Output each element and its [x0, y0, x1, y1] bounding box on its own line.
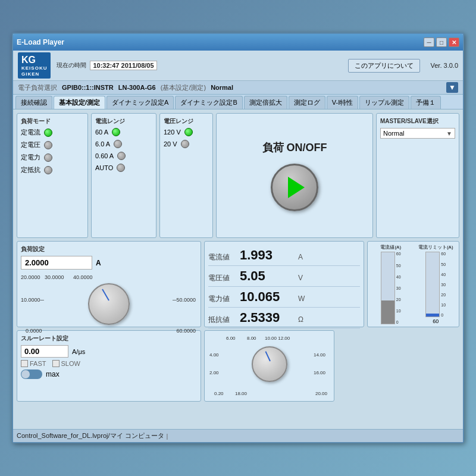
- voltage-range-panel: 電圧レンジ 120 V 20 V: [159, 113, 213, 238]
- tabbar: 接続確認 基本設定/測定 ダイナミック設定A ダイナミック設定B 測定倍拡大 測…: [13, 95, 463, 109]
- bottom-top-row: 負荷設定 A 20.0000 30.0000 40.0000 10.0000─ …: [17, 241, 459, 327]
- meas-unit-resistance: Ω: [298, 315, 303, 324]
- infobar: 電子負荷選択 GPIB0::1::INSTR LN-300A-G6 (基本設定/…: [13, 81, 463, 95]
- voltage-range-title: 電圧レンジ: [164, 117, 209, 126]
- menubar: KG KEISOKU GIKEN 現在の時間 10:32:47 2011/08/…: [13, 51, 463, 81]
- range-row-06a: 0.60 A: [95, 152, 152, 160]
- mode-row-cr: 定抵抗: [21, 165, 84, 174]
- vrange-label-120v: 120 V: [164, 129, 181, 136]
- mode-label-cc: 定電流: [21, 128, 40, 137]
- led-cr[interactable]: [44, 166, 52, 174]
- logo-company2: GIKEN: [21, 71, 47, 77]
- titlebar: E-Load Player ─ □ ✕: [13, 34, 463, 51]
- tab-dynamic-b[interactable]: ダイナミック設定B: [175, 96, 242, 109]
- meas-unit-voltage: V: [298, 274, 303, 282]
- fast-checkbox[interactable]: [21, 360, 28, 367]
- sk-label-16: 16.00: [314, 370, 325, 375]
- max-label: max: [46, 370, 60, 378]
- knob-label-60k: 60.0000: [176, 328, 196, 334]
- range-label-60a: 60 A: [95, 129, 108, 136]
- power-button[interactable]: [271, 164, 318, 211]
- meas-label-resistance: 抵抗値: [208, 315, 235, 325]
- knob-label-30k: 30.0000: [45, 274, 64, 280]
- meas-row-current: 電流値 1.993 A: [208, 245, 360, 266]
- sk-label-18: 18.00: [235, 391, 247, 396]
- bar-charts-panel: 電流値(A) 60 50 40 30 20: [367, 241, 459, 327]
- bar-chart1-body: 60 50 40 30 20 10 0: [381, 252, 401, 324]
- knob-label-40k: 40.0000: [73, 274, 93, 280]
- led-cc[interactable]: [44, 129, 52, 137]
- knob-label-0k: 0.0000: [26, 328, 42, 334]
- load-knob-area: 20.0000 30.0000 40.0000 10.0000─ ─50.000…: [21, 274, 197, 334]
- bar1-area: [381, 252, 395, 324]
- led-6a[interactable]: [114, 140, 122, 148]
- load-setting-panel: 負荷設定 A 20.0000 30.0000 40.0000 10.0000─ …: [17, 241, 201, 327]
- minimize-button[interactable]: ─: [424, 37, 434, 47]
- desktop: E-Load Player ─ □ ✕ KG KEISOKU GIKEN 現在の…: [0, 0, 476, 476]
- time-label: 現在の時間: [57, 61, 86, 70]
- led-20v[interactable]: [181, 140, 189, 148]
- load-value-input[interactable]: [21, 256, 92, 270]
- max-row: max: [21, 369, 197, 379]
- bar-chart1-title: 電流値(A): [380, 244, 401, 250]
- meas-label-current: 電流値: [208, 252, 235, 262]
- tab-basic-settings[interactable]: 基本設定/測定: [54, 96, 105, 109]
- time-value: 10:32:47 2011/08/05: [90, 61, 156, 70]
- mode-row-cp: 定電力: [21, 153, 84, 162]
- fast-label: FAST: [30, 360, 46, 367]
- mode-label-cp: 定電力: [21, 153, 40, 162]
- led-cp[interactable]: [44, 154, 52, 162]
- about-button[interactable]: このアプリについて: [348, 59, 420, 73]
- meas-value-resistance: 2.5339: [240, 310, 293, 325]
- slew-value-input[interactable]: [21, 345, 68, 358]
- slow-checkbox[interactable]: [52, 360, 60, 367]
- sk-label-2: 2.00: [209, 370, 219, 375]
- titlebar-buttons: ─ □ ✕: [424, 37, 459, 47]
- close-button[interactable]: ✕: [449, 37, 459, 47]
- tab-measure-log[interactable]: 測定ログ: [289, 96, 325, 109]
- main-content: 負荷モード 定電流 定電圧 定電力 定抵抗: [13, 109, 463, 429]
- load-knob[interactable]: [88, 283, 130, 325]
- led-06a[interactable]: [117, 152, 126, 160]
- main-window: E-Load Player ─ □ ✕ KG KEISOKU GIKEN 現在の…: [12, 33, 464, 443]
- master-slave-title: MASTER/SLAVE選択: [380, 117, 455, 126]
- tab-spare[interactable]: 予備１: [411, 96, 441, 109]
- window-title: E-Load Player: [17, 38, 64, 46]
- maximize-button[interactable]: □: [436, 37, 447, 47]
- slew-rate-title: スルーレート設定: [21, 334, 197, 343]
- vrange-row-20v: 20 V: [164, 140, 209, 148]
- slew-knob-area: 6.00 8.00 10.00 12.00 4.00 14.00 2.00 16…: [208, 334, 330, 397]
- tab-measure-expand[interactable]: 測定倍拡大: [244, 96, 287, 109]
- led-cv[interactable]: [44, 141, 52, 149]
- led-120v[interactable]: [184, 128, 193, 136]
- dropdown-arrow[interactable]: ▼: [446, 82, 458, 93]
- ms-dropdown-arrow: ▼: [446, 130, 452, 137]
- led-auto[interactable]: [117, 164, 125, 172]
- bar1-ticks: 60 50 40 30 20 10 0: [396, 252, 401, 324]
- tab-dynamic-a[interactable]: ダイナミック設定A: [107, 96, 174, 109]
- toggle-switch[interactable]: [21, 369, 42, 379]
- led-60a[interactable]: [112, 128, 120, 136]
- range-label-06a: 0.60 A: [95, 152, 114, 159]
- on-off-title: 負荷 ON/OFF: [262, 140, 327, 155]
- range-row-6a: 6.0 A: [95, 140, 152, 148]
- slew-input-row: A/μs: [21, 345, 197, 358]
- mode-label: (基本設定/測定): [161, 83, 206, 92]
- meas-row-voltage: 電圧値 5.05 V: [208, 266, 360, 287]
- sk-label-4: 4.00: [209, 352, 219, 358]
- meas-value-power: 10.065: [240, 289, 293, 305]
- mode-label-cr: 定抵抗: [21, 165, 40, 174]
- vrange-label-20v: 20 V: [164, 140, 177, 148]
- master-slave-select[interactable]: Normal ▼: [380, 128, 455, 139]
- bar2-area: [425, 252, 440, 317]
- status-badge: Normal: [211, 84, 233, 91]
- tab-ripple[interactable]: リップル測定: [359, 96, 409, 109]
- fast-slow-row: FAST SLOW: [21, 360, 197, 367]
- slew-knob[interactable]: [252, 346, 287, 382]
- tab-connection[interactable]: 接続確認: [15, 96, 52, 109]
- load-mode-panel: 負荷モード 定電流 定電圧 定電力 定抵抗: [17, 113, 88, 238]
- statusbar: Control_Software_for_DL.lvproj/マイ コンピュータ…: [13, 429, 463, 442]
- toggle-knob: [21, 370, 30, 378]
- meas-label-power: 電力値: [208, 294, 235, 304]
- tab-vi[interactable]: V-I特性: [327, 96, 358, 109]
